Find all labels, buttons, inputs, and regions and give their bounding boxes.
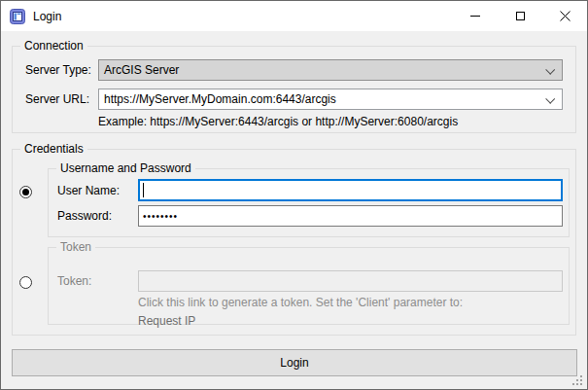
close-icon: [560, 11, 571, 21]
request-ip-link[interactable]: Request IP: [138, 314, 195, 328]
form-window-icon: [10, 9, 25, 24]
token-help-text: Click this link to generate a token. Set…: [138, 296, 463, 309]
caption-buttons: [453, 1, 587, 30]
close-button[interactable]: [542, 1, 587, 30]
login-dialog: Login Connection Server Type: ArcGIS Ser…: [0, 0, 588, 390]
username-password-radio[interactable]: [19, 186, 32, 198]
maximize-button[interactable]: [498, 1, 542, 30]
server-url-combobox[interactable]: https://MyServer.MyDomain.com:6443/arcgi…: [98, 89, 563, 110]
maximize-icon: [516, 12, 525, 20]
server-type-label: Server Type:: [25, 59, 91, 81]
server-url-example-text: Example: https://MyServer:6443/arcgis or…: [98, 115, 458, 128]
connection-groupbox-label: Connection: [20, 39, 87, 53]
credentials-groupbox-label: Credentials: [20, 142, 87, 157]
token-radio[interactable]: [19, 276, 32, 289]
token-label: Token:: [57, 270, 91, 292]
user-name-input[interactable]: [138, 179, 563, 201]
chevron-down-icon: [545, 65, 555, 75]
text-caret: [143, 183, 144, 197]
minimize-button[interactable]: [453, 1, 498, 30]
window-title: Login: [33, 10, 61, 23]
username-password-groupbox-label: Username and Password: [56, 161, 195, 176]
password-input[interactable]: [138, 205, 563, 227]
resize-grip-icon[interactable]: [572, 375, 583, 386]
password-label: Password:: [57, 205, 112, 227]
server-url-label: Server URL:: [25, 89, 89, 110]
server-type-dropdown[interactable]: ArcGIS Server: [98, 59, 563, 81]
user-name-label: User Name:: [57, 180, 120, 201]
server-type-value: ArcGIS Server: [104, 63, 179, 77]
token-input[interactable]: [138, 270, 563, 292]
titlebar: Login: [1, 1, 587, 31]
login-button[interactable]: Login: [12, 349, 577, 376]
server-url-value: https://MyServer.MyDomain.com:6443/arcgi…: [104, 92, 336, 106]
token-groupbox-label: Token: [56, 240, 95, 255]
chevron-down-icon: [545, 94, 555, 104]
minimize-icon: [470, 16, 480, 17]
